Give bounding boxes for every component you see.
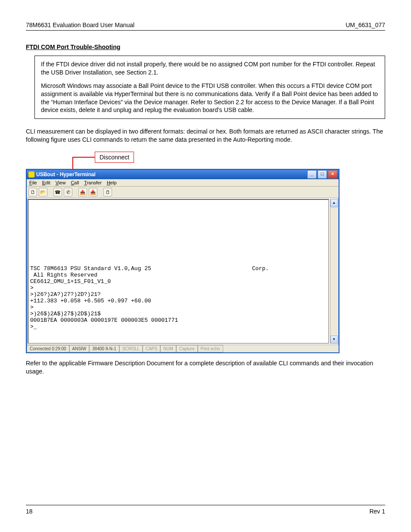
send-icon[interactable]: 📤: [78, 188, 87, 196]
app-icon: [28, 171, 34, 177]
window-title: USBout - HyperTerminal: [36, 171, 96, 177]
footer-page: 18: [26, 508, 33, 515]
menu-call[interactable]: Call: [71, 180, 79, 185]
separator: [99, 188, 102, 196]
menu-transfer[interactable]: Transfer: [84, 180, 102, 185]
status-bar: Connected 0:29:00 ANSIW 38400 8-N-1 SCRO…: [27, 345, 339, 352]
status-settings: 38400 8-N-1: [89, 345, 119, 352]
callout-line: [72, 157, 95, 158]
status-connected: Connected 0:29:00: [27, 345, 69, 352]
scroll-down-icon[interactable]: ▾: [330, 336, 338, 344]
separator: [49, 188, 52, 196]
properties-icon[interactable]: 🗒: [103, 188, 112, 196]
menu-file[interactable]: File: [29, 180, 37, 185]
menu-help[interactable]: Help: [107, 180, 117, 185]
hyperterminal-window: USBout - HyperTerminal _ □ × File Edit V…: [26, 169, 339, 353]
menu-bar: File Edit View Call Transfer Help: [27, 179, 339, 187]
separator: [74, 188, 77, 196]
menu-edit[interactable]: Edit: [42, 180, 50, 185]
status-scroll: SCROLL: [119, 345, 143, 352]
troubleshooting-box: If the FTDI device driver did not instal…: [34, 56, 385, 119]
status-emulation: ANSIW: [69, 345, 90, 352]
menu-view[interactable]: View: [56, 180, 66, 185]
toolbar: 🗋 📂 ☎ ✆ 📤 📥 🗒: [27, 187, 339, 198]
status-capture: Capture: [176, 345, 198, 352]
scroll-up-icon[interactable]: ▴: [330, 199, 338, 207]
box-paragraph-1: If the FTDI device driver did not instal…: [41, 60, 379, 77]
connect-icon[interactable]: ☎: [53, 188, 62, 196]
maximize-button[interactable]: □: [318, 170, 327, 179]
new-icon[interactable]: 🗋: [28, 188, 37, 196]
titlebar[interactable]: USBout - HyperTerminal _ □ ×: [27, 170, 339, 179]
body-paragraph: CLI measurement can be displayed in two …: [26, 128, 385, 144]
box-paragraph-2: Microsoft Windows may associate a Ball P…: [41, 82, 379, 115]
figure-container: Disconnect Use “?” for Decimal format Us…: [26, 152, 385, 350]
terminal-output[interactable]: TSC 78M6613 PSU Standard V1.0,Aug 25 Cor…: [28, 199, 329, 344]
scrollbar[interactable]: ▴ ▾: [330, 199, 338, 344]
close-button[interactable]: ×: [328, 170, 337, 179]
open-icon[interactable]: 📂: [39, 188, 47, 196]
section-title: FTDI COM Port Trouble-Shooting: [26, 44, 385, 50]
status-num: NUM: [160, 345, 176, 352]
header-right: UM_6631_077: [346, 22, 385, 28]
page-header: 78M6631 Evaluation Board User Manual UM_…: [26, 22, 385, 31]
disconnect-icon[interactable]: ✆: [64, 188, 72, 196]
document-page: 78M6631 Evaluation Board User Manual UM_…: [0, 0, 411, 532]
status-echo: Print echo: [198, 345, 223, 352]
status-caps: CAPS: [143, 345, 160, 352]
footer-rev: Rev 1: [369, 508, 385, 515]
callout-disconnect: Disconnect: [95, 152, 134, 163]
receive-icon[interactable]: 📥: [89, 188, 97, 196]
page-footer: 18 Rev 1: [26, 505, 385, 515]
minimize-button[interactable]: _: [307, 170, 317, 179]
closing-paragraph: Refer to the applicable Firmware Descrip…: [26, 359, 385, 376]
header-left: 78M6631 Evaluation Board User Manual: [26, 22, 134, 28]
